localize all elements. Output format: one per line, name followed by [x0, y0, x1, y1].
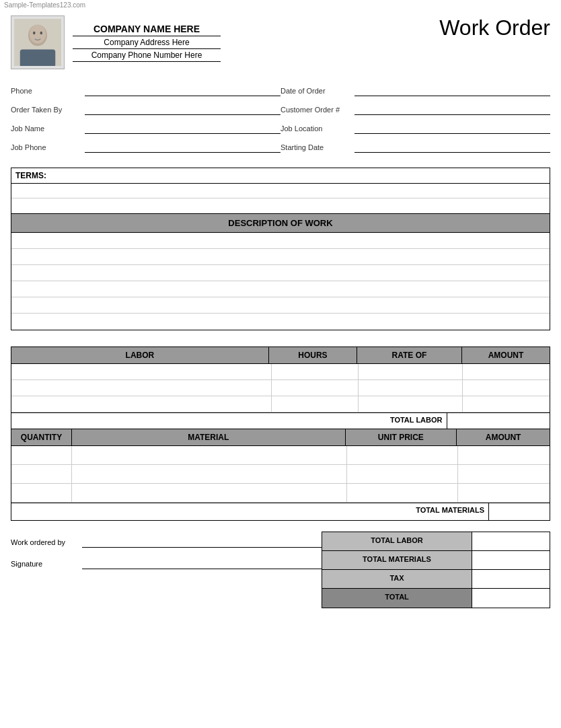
phone-input[interactable]: [85, 85, 280, 96]
watermark: Sample-Templates123.com: [0, 0, 561, 10]
svg-point-4: [33, 32, 36, 34]
labor-cell-labor-3[interactable]: [11, 396, 272, 412]
form-col-right: Date of Order Customer Order # Job Locat…: [280, 85, 550, 157]
total-labor-value[interactable]: [447, 413, 550, 429]
labor-cell-rate-1[interactable]: [359, 364, 463, 379]
mat-data-row-1: [11, 446, 550, 465]
mat-cell-qty-3[interactable]: [11, 484, 72, 502]
summary-total-materials-value[interactable]: [472, 551, 550, 569]
labor-data-row-2: [11, 380, 550, 396]
description-section: DESCRIPTION OF WORK: [11, 214, 550, 330]
footer-left: Work ordered by Signature: [11, 532, 322, 569]
company-name: COMPANY NAME HERE: [73, 24, 221, 36]
job-phone-row: Job Phone: [11, 142, 280, 153]
company-phone: Company Phone Number Here: [73, 50, 221, 62]
materials-section: QUANTITY MATERIAL UNIT PRICE AMOUNT TOTA…: [11, 429, 550, 521]
mat-cell-material-1[interactable]: [72, 446, 347, 464]
signature-row: Signature: [11, 558, 322, 569]
summary-total-materials-label: TOTAL MATERIALS: [322, 551, 472, 569]
desc-row-2: [11, 249, 550, 265]
order-taken-input[interactable]: [85, 104, 280, 115]
mat-cell-amount-2[interactable]: [458, 465, 550, 483]
phone-row: Phone: [11, 85, 280, 96]
materials-header-row: QUANTITY MATERIAL UNIT PRICE AMOUNT: [11, 429, 550, 446]
terms-header: TERMS:: [11, 168, 550, 184]
customer-order-row: Customer Order #: [280, 104, 550, 115]
company-address: Company Address Here: [73, 38, 221, 49]
total-labor-label: TOTAL LABOR: [11, 413, 447, 429]
work-ordered-row: Work ordered by: [11, 537, 322, 548]
work-ordered-input[interactable]: [82, 537, 322, 548]
desc-row-1: [11, 233, 550, 249]
job-phone-label: Job Phone: [11, 143, 85, 151]
summary-total-labor-value[interactable]: [472, 532, 550, 550]
summary-tax-value[interactable]: [472, 570, 550, 588]
labor-cell-amount-2[interactable]: [463, 380, 550, 396]
mat-col-amount-header: AMOUNT: [457, 429, 550, 445]
labor-cell-rate-2[interactable]: [359, 380, 463, 396]
mat-col-unit-header: UNIT PRICE: [346, 429, 457, 445]
mat-cell-material-3[interactable]: [72, 484, 347, 502]
summary-tax-label: TAX: [322, 570, 472, 588]
work-ordered-label: Work ordered by: [11, 538, 78, 546]
total-materials-value[interactable]: [489, 503, 550, 520]
page-title: Work Order: [439, 15, 550, 40]
customer-order-label: Customer Order #: [280, 106, 354, 114]
labor-data-row-1: [11, 364, 550, 380]
labor-cell-amount-1[interactable]: [463, 364, 550, 379]
order-taken-row: Order Taken By: [11, 104, 280, 115]
starting-date-label: Starting Date: [280, 143, 354, 151]
job-phone-input[interactable]: [85, 142, 280, 153]
mat-cell-qty-2[interactable]: [11, 465, 72, 483]
labor-cell-labor-1[interactable]: [11, 364, 272, 379]
mat-col-qty-header: QUANTITY: [11, 429, 72, 445]
labor-cell-hours-1[interactable]: [272, 364, 359, 379]
mat-cell-material-2[interactable]: [72, 465, 347, 483]
labor-col-rate-header: RATE OF: [357, 347, 462, 363]
summary-total-labor-label: TOTAL LABOR: [322, 532, 472, 550]
mat-cell-amount-1[interactable]: [458, 446, 550, 464]
svg-point-3: [30, 25, 46, 44]
mat-cell-unit-1[interactable]: [347, 446, 457, 464]
summary-total-label: TOTAL: [322, 589, 472, 608]
labor-cell-rate-3[interactable]: [359, 396, 463, 412]
description-header: DESCRIPTION OF WORK: [11, 214, 550, 233]
job-name-input[interactable]: [85, 123, 280, 134]
labor-col-labor-header: LABOR: [11, 347, 269, 363]
customer-order-input[interactable]: [354, 104, 550, 115]
starting-date-input[interactable]: [354, 142, 550, 153]
summary-total-labor-row: TOTAL LABOR: [322, 532, 550, 551]
signature-input[interactable]: [82, 558, 322, 569]
phone-label: Phone: [11, 87, 85, 95]
mat-cell-amount-3[interactable]: [458, 484, 550, 502]
terms-rows: [11, 184, 550, 213]
mat-data-row-3: [11, 484, 550, 503]
desc-row-6: [11, 314, 550, 330]
form-col-left: Phone Order Taken By Job Name Job Phone: [11, 85, 280, 157]
labor-cell-amount-3[interactable]: [463, 396, 550, 412]
summary-total-row: TOTAL: [322, 589, 550, 608]
avatar: [11, 15, 65, 69]
summary-tax-row: TAX: [322, 570, 550, 589]
desc-row-5: [11, 297, 550, 314]
mat-cell-qty-1[interactable]: [11, 446, 72, 464]
labor-data-row-3: [11, 396, 550, 412]
job-name-row: Job Name: [11, 123, 280, 134]
summary-table: TOTAL LABOR TOTAL MATERIALS TAX TOTAL: [322, 532, 550, 608]
labor-cell-hours-2[interactable]: [272, 380, 359, 396]
date-input[interactable]: [354, 85, 550, 96]
job-location-input[interactable]: [354, 123, 550, 134]
svg-point-5: [40, 32, 43, 34]
labor-cell-labor-2[interactable]: [11, 380, 272, 396]
mat-cell-unit-3[interactable]: [347, 484, 457, 502]
total-materials-label: TOTAL MATERIALS: [11, 503, 489, 520]
summary-total-materials-row: TOTAL MATERIALS: [322, 551, 550, 570]
desc-row-3: [11, 265, 550, 281]
labor-cell-hours-3[interactable]: [272, 396, 359, 412]
date-row: Date of Order: [280, 85, 550, 96]
labor-header-row: LABOR HOURS RATE OF AMOUNT: [11, 347, 550, 364]
date-label: Date of Order: [280, 87, 354, 95]
summary-total-value[interactable]: [472, 589, 550, 608]
labor-section: LABOR HOURS RATE OF AMOUNT TOTAL LABOR: [11, 347, 550, 429]
mat-cell-unit-2[interactable]: [347, 465, 457, 483]
